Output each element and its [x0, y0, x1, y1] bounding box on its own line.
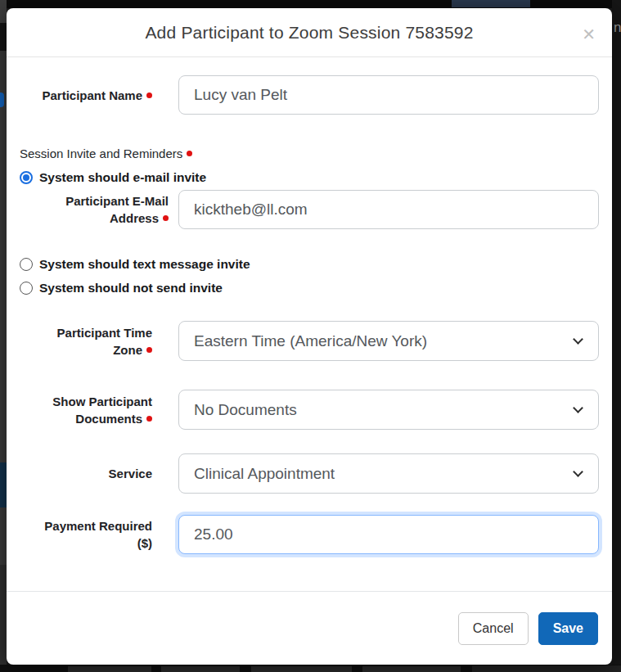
backdrop-table-cell — [161, 666, 240, 672]
dialog-footer: Cancel Save — [7, 591, 612, 665]
documents-label: Show Participant Documents — [20, 393, 152, 427]
participant-name-label: Participant Name — [20, 87, 152, 104]
radio-no-invite[interactable]: System should not send invite — [20, 278, 599, 298]
payment-input[interactable] — [178, 515, 599, 554]
dialog-title: Add Participant to Zoom Session 7583592 — [145, 23, 473, 43]
payment-label: Payment Required ($) — [20, 517, 152, 552]
radio-button-icon[interactable] — [20, 282, 33, 295]
backdrop-navy-segment — [0, 462, 7, 507]
chevron-down-icon — [573, 403, 583, 413]
backdrop-right-edge — [612, 0, 621, 672]
required-dot-icon — [187, 151, 192, 156]
backdrop-table-cell — [362, 666, 461, 672]
participant-name-row: Participant Name — [20, 75, 599, 115]
participant-email-row: Participant E-Mail Address — [20, 190, 599, 229]
radio-no-invite-label: System should not send invite — [39, 278, 223, 298]
service-select[interactable]: Clinical Appointment — [178, 453, 599, 494]
backdrop-table-cell — [68, 666, 151, 672]
timezone-selected-value: Eastern Time (America/New York) — [194, 332, 427, 350]
timezone-select[interactable]: Eastern Time (America/New York) — [178, 321, 599, 361]
chevron-down-icon — [573, 334, 583, 345]
backdrop-left-segment — [0, 23, 7, 51]
chevron-down-icon — [573, 467, 583, 477]
service-selected-value: Clinical Appointment — [194, 465, 335, 483]
participant-email-label: Participant E-Mail Address — [20, 192, 169, 227]
service-label: Service — [20, 465, 152, 482]
radio-text-invite[interactable]: System should text message invite — [20, 255, 599, 274]
radio-text-invite-label: System should text message invite — [39, 255, 250, 274]
participant-name-input[interactable] — [178, 75, 599, 115]
add-participant-dialog: Add Participant to Zoom Session 7583592 … — [7, 8, 612, 665]
documents-row: Show Participant Documents No Documents — [20, 390, 599, 430]
radio-email-invite-label: System should e-mail invite — [39, 168, 206, 187]
backdrop-left-segment — [0, 51, 7, 90]
radio-button-icon[interactable] — [20, 171, 33, 184]
backdrop-navy-block — [452, 0, 530, 7]
required-dot-icon — [163, 215, 169, 221]
invite-section-label: Session Invite and Reminders — [20, 145, 599, 163]
participant-email-input[interactable] — [178, 190, 599, 229]
documents-selected-value: No Documents — [194, 401, 297, 419]
dialog-header: Add Participant to Zoom Session 7583592 … — [7, 8, 612, 57]
payment-row: Payment Required ($) — [20, 515, 599, 554]
screen: ne Add Participant to Zoom Session 75835… — [0, 0, 621, 672]
backdrop-text-fragment: ne — [614, 20, 621, 38]
cancel-button[interactable]: Cancel — [458, 612, 529, 645]
close-icon[interactable]: ✕ — [582, 26, 596, 43]
required-dot-icon — [146, 92, 152, 98]
documents-select[interactable]: No Documents — [178, 390, 599, 430]
backdrop-table-cell — [472, 665, 621, 672]
timezone-row: Participant Time Zone Eastern Time (Amer… — [20, 321, 599, 361]
backdrop-table-cell — [251, 666, 352, 672]
required-dot-icon — [146, 416, 152, 422]
service-row: Service Clinical Appointment — [20, 453, 599, 494]
dialog-body: Participant Name Session Invite and Remi… — [7, 57, 612, 555]
save-button[interactable]: Save — [538, 612, 598, 645]
radio-email-invite[interactable]: System should e-mail invite — [20, 168, 599, 187]
backdrop-left-segment — [0, 565, 7, 672]
radio-button-icon[interactable] — [20, 258, 33, 271]
backdrop-blue-pill — [0, 92, 4, 107]
required-dot-icon — [146, 347, 152, 353]
timezone-label: Participant Time Zone — [20, 324, 152, 359]
